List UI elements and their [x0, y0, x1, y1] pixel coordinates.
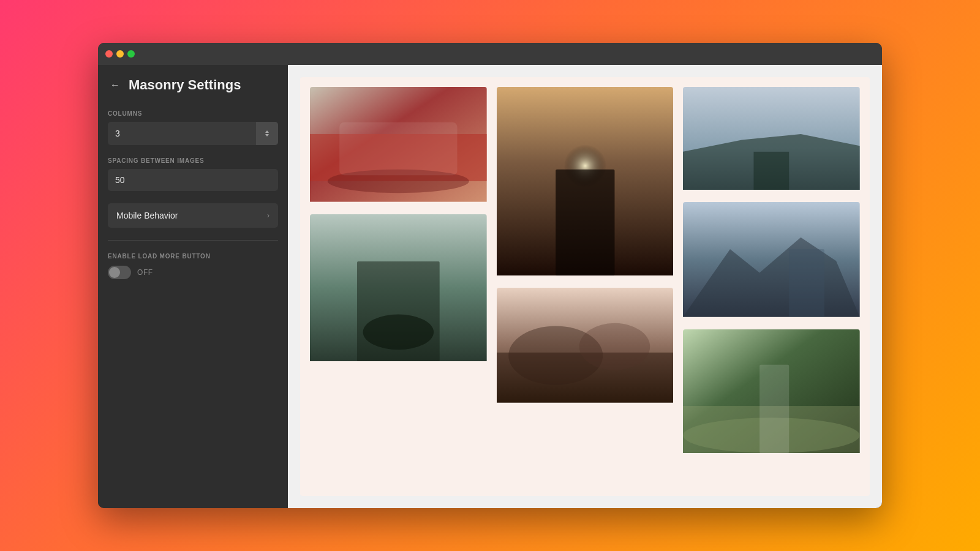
photo-couple-backlit: [497, 87, 674, 276]
title-bar: [98, 43, 882, 65]
spacing-label: SPACING BETWEEN IMAGES: [108, 157, 278, 164]
maximize-button[interactable]: [127, 50, 135, 58]
spacing-input[interactable]: [108, 169, 278, 191]
masonry-col-2: [497, 87, 674, 486]
chevron-right-icon: ›: [267, 211, 270, 220]
close-button[interactable]: [105, 50, 113, 58]
photo-beach-bride: [683, 329, 860, 453]
photo-bride-mountains: [683, 202, 860, 317]
list-item: [497, 87, 674, 278]
back-icon: ←: [110, 80, 120, 91]
traffic-lights: [105, 50, 135, 58]
load-more-section: ENABLE LOAD MORE BUTTON OFF: [108, 253, 278, 279]
mobile-behavior-label: Mobile Behavior: [116, 211, 178, 220]
photo-lake-dock: [683, 87, 860, 190]
list-item: [683, 329, 860, 455]
list-item: [310, 87, 487, 204]
list-item: [310, 214, 487, 364]
spacing-field-group: SPACING BETWEEN IMAGES: [108, 157, 278, 191]
svg-rect-9: [556, 170, 614, 276]
mobile-behavior-row[interactable]: Mobile Behavior ›: [108, 203, 278, 228]
masonry-col-3: [683, 87, 860, 486]
svg-rect-19: [790, 249, 825, 317]
toggle-thumb: [109, 267, 120, 278]
photo-car: [310, 87, 487, 202]
divider: [108, 240, 278, 241]
toggle-state-label: OFF: [137, 268, 153, 277]
photo-mountain-lake: [497, 288, 674, 403]
main-content: ← Masonry Settings COLUMNS: [98, 65, 882, 508]
sidebar: ← Masonry Settings COLUMNS: [98, 65, 288, 508]
preview-area: [288, 65, 882, 508]
list-item: [497, 288, 674, 405]
svg-point-6: [363, 314, 434, 350]
list-item: [683, 202, 860, 320]
toggle-row: OFF: [108, 266, 278, 279]
preview-inner: [300, 77, 870, 496]
svg-rect-23: [760, 365, 789, 453]
columns-input[interactable]: [108, 122, 256, 144]
columns-label: COLUMNS: [108, 110, 278, 117]
minimize-button[interactable]: [116, 50, 124, 58]
columns-spinner[interactable]: [256, 122, 278, 145]
masonry-grid: [310, 87, 860, 486]
back-button[interactable]: ←: [108, 78, 123, 92]
svg-rect-16: [754, 152, 790, 190]
spinner-icon: [264, 129, 270, 138]
masonry-col-1: [310, 87, 487, 486]
page-title: Masonry Settings: [129, 77, 241, 93]
svg-point-13: [579, 323, 649, 370]
load-more-label: ENABLE LOAD MORE BUTTON: [108, 253, 278, 260]
app-window: ← Masonry Settings COLUMNS: [98, 43, 882, 508]
columns-field-group: COLUMNS: [108, 110, 278, 145]
sidebar-header: ← Masonry Settings: [108, 77, 278, 93]
list-item: [683, 87, 860, 192]
svg-rect-3: [339, 122, 457, 176]
photo-forest-couple: [310, 214, 487, 362]
load-more-toggle[interactable]: [108, 266, 131, 279]
columns-input-row: [108, 122, 278, 145]
